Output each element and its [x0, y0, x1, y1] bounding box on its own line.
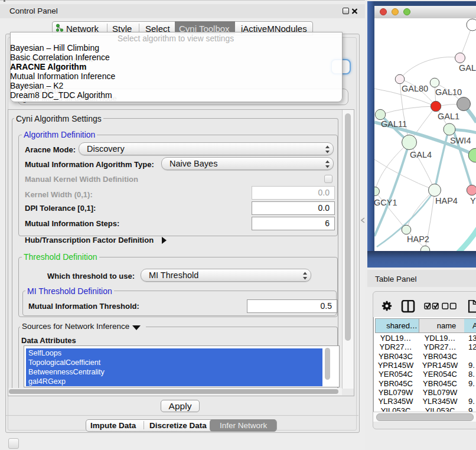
svg-text:GAL11: GAL11 [381, 119, 407, 129]
svg-text:GAL80: GAL80 [402, 84, 428, 93]
svg-text:Y: Y [470, 196, 476, 206]
svg-text:SWI4: SWI4 [450, 136, 471, 145]
svg-text:HAP2: HAP2 [407, 234, 429, 244]
svg-text:HAP4: HAP4 [435, 196, 458, 206]
svg-text:GCY1: GCY1 [374, 198, 397, 207]
svg-text:GAL1: GAL1 [438, 112, 459, 121]
svg-text:GAL10: GAL10 [435, 87, 462, 97]
svg-text:GAL4: GAL4 [410, 150, 432, 159]
svg-text:GAL: GAL [459, 63, 476, 73]
